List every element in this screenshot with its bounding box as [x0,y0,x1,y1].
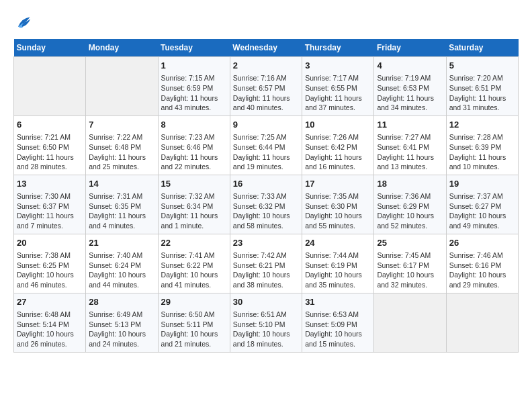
day-number: 14 [89,178,154,190]
day-number: 13 [17,178,83,190]
day-number: 6 [17,119,83,131]
day-number: 20 [17,237,83,249]
day-cell: 22Sunrise: 7:41 AM Sunset: 6:22 PM Dayli… [158,234,230,293]
day-cell: 2Sunrise: 7:16 AM Sunset: 6:57 PM Daylig… [230,57,302,116]
day-info: Sunrise: 7:21 AM Sunset: 6:50 PM Dayligh… [17,132,83,172]
week-row-1: 1Sunrise: 7:15 AM Sunset: 6:59 PM Daylig… [14,57,519,116]
day-cell: 20Sunrise: 7:38 AM Sunset: 6:25 PM Dayli… [14,234,86,293]
day-number: 15 [161,178,227,190]
day-info: Sunrise: 6:53 AM Sunset: 5:09 PM Dayligh… [305,310,371,349]
day-number: 24 [305,237,371,249]
day-number: 1 [161,60,227,72]
day-cell: 10Sunrise: 7:26 AM Sunset: 6:42 PM Dayli… [302,116,374,175]
day-cell: 18Sunrise: 7:36 AM Sunset: 6:29 PM Dayli… [374,175,446,234]
day-info: Sunrise: 7:41 AM Sunset: 6:22 PM Dayligh… [161,250,227,290]
day-number: 3 [305,60,371,72]
header-cell-monday: Monday [86,39,158,57]
day-info: Sunrise: 7:32 AM Sunset: 6:34 PM Dayligh… [161,191,227,231]
day-number: 16 [233,178,299,190]
header-cell-saturday: Saturday [446,39,518,57]
day-cell: 12Sunrise: 7:28 AM Sunset: 6:39 PM Dayli… [446,116,518,175]
day-number: 22 [161,237,227,249]
day-number: 30 [233,296,299,308]
week-row-5: 27Sunrise: 6:48 AM Sunset: 5:14 PM Dayli… [14,293,519,352]
day-info: Sunrise: 7:19 AM Sunset: 6:53 PM Dayligh… [377,73,443,113]
day-info: Sunrise: 7:31 AM Sunset: 6:35 PM Dayligh… [89,191,154,231]
day-number: 2 [233,60,299,72]
header-cell-wednesday: Wednesday [230,39,302,57]
day-cell: 21Sunrise: 7:40 AM Sunset: 6:24 PM Dayli… [86,234,158,293]
header-cell-friday: Friday [374,39,446,57]
day-info: Sunrise: 7:16 AM Sunset: 6:57 PM Dayligh… [233,73,299,113]
day-cell: 8Sunrise: 7:23 AM Sunset: 6:46 PM Daylig… [158,116,230,175]
day-cell [446,293,518,352]
day-number: 11 [377,119,443,131]
day-info: Sunrise: 7:35 AM Sunset: 6:30 PM Dayligh… [305,191,371,231]
logo [13,13,35,32]
day-cell: 31Sunrise: 6:53 AM Sunset: 5:09 PM Dayli… [302,293,374,352]
day-info: Sunrise: 7:46 AM Sunset: 6:16 PM Dayligh… [449,250,515,290]
day-number: 29 [161,296,227,308]
calendar-body: 1Sunrise: 7:15 AM Sunset: 6:59 PM Daylig… [14,57,519,353]
day-info: Sunrise: 7:36 AM Sunset: 6:29 PM Dayligh… [377,191,443,231]
day-info: Sunrise: 6:51 AM Sunset: 5:10 PM Dayligh… [233,310,299,349]
day-cell: 19Sunrise: 7:37 AM Sunset: 6:27 PM Dayli… [446,175,518,234]
day-number: 5 [449,60,515,72]
day-cell: 3Sunrise: 7:17 AM Sunset: 6:55 PM Daylig… [302,57,374,116]
day-number: 10 [305,119,371,131]
day-number: 25 [377,237,443,249]
day-cell: 15Sunrise: 7:32 AM Sunset: 6:34 PM Dayli… [158,175,230,234]
day-number: 26 [449,237,515,249]
day-cell [86,57,158,116]
day-cell: 30Sunrise: 6:51 AM Sunset: 5:10 PM Dayli… [230,293,302,352]
day-number: 19 [449,178,515,190]
day-info: Sunrise: 7:17 AM Sunset: 6:55 PM Dayligh… [305,73,371,113]
day-cell: 9Sunrise: 7:25 AM Sunset: 6:44 PM Daylig… [230,116,302,175]
day-info: Sunrise: 7:33 AM Sunset: 6:32 PM Dayligh… [233,191,299,231]
day-number: 31 [305,296,371,308]
day-info: Sunrise: 7:23 AM Sunset: 6:46 PM Dayligh… [161,132,227,172]
day-cell: 25Sunrise: 7:45 AM Sunset: 6:17 PM Dayli… [374,234,446,293]
day-info: Sunrise: 7:25 AM Sunset: 6:44 PM Dayligh… [233,132,299,172]
day-number: 4 [377,60,443,72]
day-info: Sunrise: 7:15 AM Sunset: 6:59 PM Dayligh… [161,73,227,113]
day-cell [374,293,446,352]
day-info: Sunrise: 7:26 AM Sunset: 6:42 PM Dayligh… [305,132,371,172]
day-number: 21 [89,237,154,249]
header-cell-thursday: Thursday [302,39,374,57]
day-info: Sunrise: 7:37 AM Sunset: 6:27 PM Dayligh… [449,191,515,231]
day-number: 7 [89,119,154,131]
day-cell: 1Sunrise: 7:15 AM Sunset: 6:59 PM Daylig… [158,57,230,116]
day-cell [14,57,86,116]
day-number: 27 [17,296,83,308]
day-number: 23 [233,237,299,249]
day-info: Sunrise: 6:50 AM Sunset: 5:11 PM Dayligh… [161,310,227,349]
day-number: 18 [377,178,443,190]
week-row-2: 6Sunrise: 7:21 AM Sunset: 6:50 PM Daylig… [14,116,519,175]
page-header [13,13,519,32]
day-cell: 23Sunrise: 7:42 AM Sunset: 6:21 PM Dayli… [230,234,302,293]
day-info: Sunrise: 7:42 AM Sunset: 6:21 PM Dayligh… [233,250,299,290]
day-cell: 27Sunrise: 6:48 AM Sunset: 5:14 PM Dayli… [14,293,86,352]
logo-icon [13,13,32,32]
header-row: SundayMondayTuesdayWednesdayThursdayFrid… [14,39,519,57]
day-info: Sunrise: 7:44 AM Sunset: 6:19 PM Dayligh… [305,250,371,290]
day-info: Sunrise: 6:49 AM Sunset: 5:13 PM Dayligh… [89,310,154,349]
day-number: 28 [89,296,154,308]
day-cell: 4Sunrise: 7:19 AM Sunset: 6:53 PM Daylig… [374,57,446,116]
header-cell-sunday: Sunday [14,39,86,57]
day-cell: 28Sunrise: 6:49 AM Sunset: 5:13 PM Dayli… [86,293,158,352]
day-cell: 7Sunrise: 7:22 AM Sunset: 6:48 PM Daylig… [86,116,158,175]
day-info: Sunrise: 7:38 AM Sunset: 6:25 PM Dayligh… [17,250,83,290]
day-cell: 29Sunrise: 6:50 AM Sunset: 5:11 PM Dayli… [158,293,230,352]
calendar-header: SundayMondayTuesdayWednesdayThursdayFrid… [14,39,519,57]
day-cell: 14Sunrise: 7:31 AM Sunset: 6:35 PM Dayli… [86,175,158,234]
day-info: Sunrise: 7:27 AM Sunset: 6:41 PM Dayligh… [377,132,443,172]
day-cell: 5Sunrise: 7:20 AM Sunset: 6:51 PM Daylig… [446,57,518,116]
week-row-4: 20Sunrise: 7:38 AM Sunset: 6:25 PM Dayli… [14,234,519,293]
calendar-table: SundayMondayTuesdayWednesdayThursdayFrid… [13,39,519,353]
day-number: 8 [161,119,227,131]
day-cell: 26Sunrise: 7:46 AM Sunset: 6:16 PM Dayli… [446,234,518,293]
day-number: 17 [305,178,371,190]
day-cell: 6Sunrise: 7:21 AM Sunset: 6:50 PM Daylig… [14,116,86,175]
